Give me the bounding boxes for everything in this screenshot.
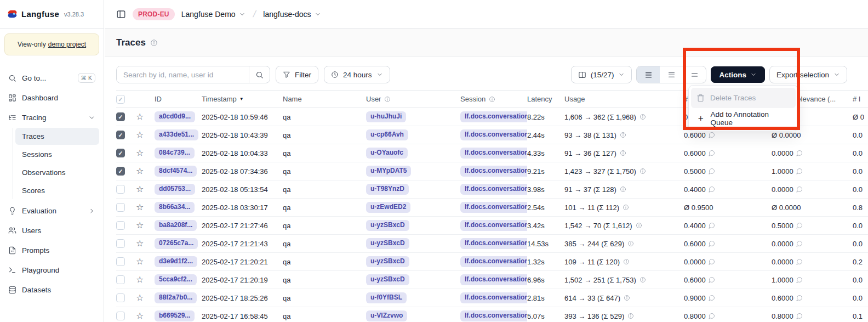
trace-id-badge[interactable]: b669529... xyxy=(155,310,195,321)
menu-item-delete-traces[interactable]: Delete Traces xyxy=(691,88,796,108)
session-badge[interactable]: lf.docs.conversation... xyxy=(460,256,527,267)
table-row[interactable]: ☆ 8b66a34... 2025-02-18 03:30:17 qa u-zE… xyxy=(116,199,868,217)
table-row[interactable]: ☆ 8dcf4574... 2025-02-18 07:34:36 qa u-M… xyxy=(116,162,868,180)
user-badge[interactable]: u-huJhuJi xyxy=(366,111,406,122)
user-badge[interactable]: u-OYauofc xyxy=(366,148,408,159)
user-badge[interactable]: u-yzSBxcD xyxy=(366,256,409,267)
session-badge[interactable]: lf.docs.conversation... xyxy=(460,148,527,159)
user-badge[interactable]: u-T98YnzD xyxy=(366,184,409,195)
actions-button[interactable]: Actions xyxy=(711,66,765,83)
row-checkbox[interactable] xyxy=(116,185,125,194)
session-badge[interactable]: lf.docs.conversation... xyxy=(460,310,527,321)
trace-id-badge[interactable]: 88f2a7b0... xyxy=(155,292,197,303)
user-badge[interactable]: u-cp66Avh xyxy=(366,129,408,140)
sidebar-item-evaluation[interactable]: Evaluation xyxy=(4,201,99,220)
bookmark-star-icon[interactable]: ☆ xyxy=(136,203,144,212)
select-all-checkbox[interactable] xyxy=(116,95,125,104)
session-badge[interactable]: lf.docs.conversation... xyxy=(460,292,527,303)
bookmark-star-icon[interactable]: ☆ xyxy=(136,239,144,248)
table-row[interactable]: ☆ b669529... 2025-02-17 16:58:45 qa u-VI… xyxy=(116,307,868,322)
bookmark-star-icon[interactable]: ☆ xyxy=(136,221,144,230)
session-badge[interactable]: lf.docs.conversation... xyxy=(460,184,527,195)
bookmark-star-icon[interactable]: ☆ xyxy=(136,167,144,176)
trace-id-badge[interactable]: a433de51... xyxy=(155,129,198,140)
row-checkbox[interactable] xyxy=(116,203,125,212)
trace-id-badge[interactable]: 5cca9cf2... xyxy=(155,274,197,285)
session-badge[interactable]: lf.docs.conversation... xyxy=(460,220,527,231)
col-header-usage[interactable]: Usage xyxy=(564,95,684,103)
row-checkbox[interactable] xyxy=(116,257,125,266)
user-badge[interactable]: u-yzSBxcD xyxy=(366,238,409,249)
sidebar-item-scores[interactable]: Scores xyxy=(15,182,99,199)
search-input[interactable] xyxy=(117,66,249,83)
table-row[interactable]: ☆ dd05753... 2025-02-18 05:13:54 qa u-T9… xyxy=(116,180,868,199)
row-checkbox[interactable] xyxy=(116,131,125,139)
search-icon[interactable] xyxy=(249,66,270,83)
bookmark-star-icon[interactable]: ☆ xyxy=(136,257,144,266)
col-header-session[interactable]: Session xyxy=(460,95,527,103)
row-checkbox[interactable] xyxy=(116,239,125,248)
user-badge[interactable]: u-f0YfBSL xyxy=(366,292,407,303)
trace-id-badge[interactable]: 07265c7a... xyxy=(155,238,198,249)
row-checkbox[interactable] xyxy=(116,312,125,320)
row-height-large-button[interactable] xyxy=(683,66,706,83)
trace-id-badge[interactable]: ba8a208f... xyxy=(155,220,197,231)
session-badge[interactable]: lf.docs.conversation... xyxy=(460,274,527,285)
trace-id-badge[interactable]: 084c739... xyxy=(155,148,195,159)
sidebar-item-users[interactable]: Users xyxy=(4,221,99,240)
export-selection-button[interactable]: Export selection xyxy=(769,66,847,83)
sidebar-toggle-icon[interactable] xyxy=(116,9,126,19)
bookmark-star-icon[interactable]: ☆ xyxy=(136,293,144,302)
row-checkbox[interactable] xyxy=(116,293,125,302)
row-checkbox[interactable] xyxy=(116,275,125,284)
col-header-latency[interactable]: Latency xyxy=(527,95,564,103)
sidebar-item-sessions[interactable]: Sessions xyxy=(15,146,99,163)
session-badge[interactable]: lf.docs.conversation... xyxy=(460,202,527,213)
table-row[interactable]: ☆ 084c739... 2025-02-18 10:04:33 qa u-OY… xyxy=(116,144,868,162)
col-header-name[interactable]: Name xyxy=(283,95,366,103)
session-badge[interactable]: lf.docs.conversation... xyxy=(460,166,527,177)
org-switcher[interactable]: Langfuse Demo xyxy=(181,10,245,19)
row-checkbox[interactable] xyxy=(116,149,125,157)
session-badge[interactable]: lf.docs.conversation... xyxy=(460,111,527,122)
sidebar-item-observations[interactable]: Observations xyxy=(15,164,99,181)
sidebar-item-goto[interactable]: Go to... ⌘ K xyxy=(4,69,99,87)
col-header-id[interactable]: ID xyxy=(155,95,202,103)
bookmark-star-icon[interactable]: ☆ xyxy=(136,312,144,320)
row-checkbox[interactable] xyxy=(116,221,125,230)
row-checkbox[interactable] xyxy=(116,112,125,121)
trace-id-badge[interactable]: 8b66a34... xyxy=(155,202,195,213)
bookmark-star-icon[interactable]: ☆ xyxy=(136,185,144,194)
sidebar-item-playground[interactable]: Playground xyxy=(4,261,99,279)
table-row[interactable]: ☆ 88f2a7b0... 2025-02-17 18:25:26 qa u-f… xyxy=(116,289,868,307)
trace-id-badge[interactable]: dd05753... xyxy=(155,184,195,195)
table-row[interactable]: ☆ 07265c7a... 2025-02-17 21:21:43 qa u-y… xyxy=(116,235,868,253)
sidebar-item-traces[interactable]: Traces xyxy=(15,128,99,145)
user-badge[interactable]: u-MYpDAT5 xyxy=(366,166,411,177)
user-badge[interactable]: u-yzSBxcD xyxy=(366,274,409,285)
user-badge[interactable]: u-VIZzvwo xyxy=(366,310,407,321)
user-badge[interactable]: u-yzSBxcD xyxy=(366,220,409,231)
session-badge[interactable]: lf.docs.conversation... xyxy=(460,129,527,140)
bookmark-star-icon[interactable]: ☆ xyxy=(136,112,144,121)
col-header-timestamp[interactable]: Timestamp▼ xyxy=(202,95,283,103)
user-badge[interactable]: u-zEwdED2 xyxy=(366,202,410,213)
bookmark-star-icon[interactable]: ☆ xyxy=(136,149,144,157)
filter-button[interactable]: Filter xyxy=(276,66,318,83)
table-row[interactable]: ☆ d3e9d1f2... 2025-02-17 21:20:21 qa u-y… xyxy=(116,253,868,271)
menu-item-add-to-annotation-queue[interactable]: + Add to Annotation Queue xyxy=(691,108,796,128)
time-range-button[interactable]: 24 hours xyxy=(324,66,390,83)
row-height-small-button[interactable] xyxy=(637,66,660,83)
table-row[interactable]: ☆ ba8a208f... 2025-02-17 21:27:46 qa u-y… xyxy=(116,217,868,235)
col-header-user[interactable]: User xyxy=(366,95,460,103)
trace-id-badge[interactable]: a0cd0d9... xyxy=(155,111,195,122)
row-checkbox[interactable] xyxy=(116,167,125,176)
bookmark-star-icon[interactable]: ☆ xyxy=(136,275,144,284)
sidebar-item-prompts[interactable]: Prompts xyxy=(4,241,99,259)
column-visibility-button[interactable]: (15/27) xyxy=(571,66,632,83)
sidebar-item-tracing[interactable]: Tracing xyxy=(4,108,99,127)
row-height-medium-button[interactable] xyxy=(660,66,683,83)
table-row[interactable]: ☆ 5cca9cf2... 2025-02-17 21:20:19 qa u-y… xyxy=(116,271,868,289)
sidebar-item-datasets[interactable]: Datasets xyxy=(4,280,99,299)
demo-project-link[interactable]: demo project xyxy=(48,41,86,48)
